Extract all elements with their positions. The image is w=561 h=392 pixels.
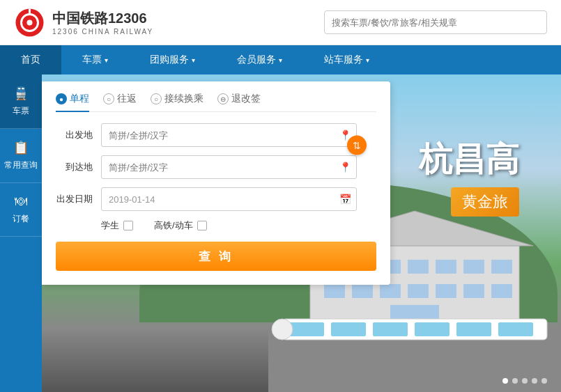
svg-rect-10	[408, 260, 429, 274]
student-label: 学生	[101, 219, 119, 232]
main-content: 杭昌高 黄金旅 🚆 车票 📋 常用查询 🍽 订餐 ● 单程 ○ 往返	[0, 75, 561, 392]
from-input[interactable]	[101, 123, 357, 147]
nav-label-group: 团购服务	[150, 54, 189, 66]
tab-oneway[interactable]: ● 单程	[56, 93, 89, 112]
date-input-wrap: 📅	[101, 187, 357, 211]
to-label: 到达地	[56, 161, 101, 173]
form-tabs: ● 单程 ○ 往返 ○ 接续换乘 ⊖ 退改签	[56, 93, 376, 112]
logo-icon	[14, 7, 45, 38]
svg-rect-25	[373, 322, 408, 336]
svg-rect-18	[436, 284, 456, 298]
svg-rect-27	[456, 322, 491, 336]
location-icon-2: 📍	[339, 162, 351, 173]
swap-button[interactable]: ⇅	[347, 136, 367, 155]
svg-point-2	[27, 19, 33, 25]
tab-label-oneway: 单程	[70, 93, 89, 105]
carousel-dot-3[interactable]	[522, 378, 528, 384]
navigation: 首页 车票 ▾ 团购服务 ▾ 会员服务 ▾ 站车服务 ▾	[0, 45, 561, 75]
carousel-dots	[502, 378, 547, 384]
hero-text: 杭昌高 黄金旅	[419, 137, 519, 217]
nav-item-station[interactable]: 站车服务 ▾	[303, 45, 390, 75]
date-label: 出发日期	[56, 193, 101, 205]
hero-badge: 黄金旅	[451, 187, 519, 217]
hero-title: 杭昌高	[419, 137, 519, 182]
nav-label-home: 首页	[21, 54, 40, 66]
chevron-down-icon: ▾	[192, 56, 195, 64]
carousel-dot-4[interactable]	[532, 378, 537, 384]
tab-transfer[interactable]: ○ 接续换乘	[151, 93, 203, 112]
from-to-section: 出发地 📍 ⇅ 到达地 📍	[56, 123, 376, 179]
calendar-icon: 📅	[339, 194, 351, 205]
svg-rect-24	[331, 322, 366, 336]
date-row: 出发日期 📅	[56, 187, 376, 211]
sidebar: 🚆 车票 📋 常用查询 🍽 订餐	[0, 75, 42, 392]
query-icon: 📋	[13, 140, 29, 155]
from-row: 出发地 📍	[56, 123, 376, 147]
gaotie-checkbox-item[interactable]: 高铁/动车	[154, 219, 207, 232]
swap-icon: ⇅	[353, 141, 361, 150]
nav-label-member: 会员服务	[237, 54, 276, 66]
svg-rect-15	[352, 284, 373, 298]
sidebar-label-dining: 订餐	[13, 213, 29, 225]
logo-text: 中国铁路12306 12306 CHINA RAILWAY	[52, 9, 153, 36]
svg-point-29	[272, 319, 293, 340]
tab-label-roundtrip: 往返	[117, 93, 137, 105]
tab-refund[interactable]: ⊖ 退改签	[217, 93, 261, 112]
student-checkbox-item[interactable]: 学生	[101, 219, 133, 232]
train-icon: 🚆	[13, 86, 29, 101]
tab-inactive-icon-2: ○	[151, 93, 162, 104]
nav-label-station: 站车服务	[324, 54, 363, 66]
nav-item-member[interactable]: 会员服务 ▾	[216, 45, 303, 75]
sidebar-item-ticket[interactable]: 🚆 车票	[0, 75, 42, 129]
chevron-down-icon: ▾	[105, 56, 108, 64]
gaotie-label: 高铁/动车	[154, 219, 193, 232]
svg-rect-16	[380, 284, 401, 298]
sidebar-item-dining[interactable]: 🍽 订餐	[0, 183, 42, 237]
query-button[interactable]: 查 询	[56, 242, 376, 271]
carousel-dot-1[interactable]	[502, 378, 508, 384]
logo-title: 中国铁路12306	[52, 9, 153, 28]
svg-rect-28	[498, 322, 533, 336]
header: 中国铁路12306 12306 CHINA RAILWAY	[0, 0, 561, 45]
date-input[interactable]	[101, 187, 357, 211]
nav-label-ticket: 车票	[82, 54, 102, 66]
logo-subtitle: 12306 CHINA RAILWAY	[52, 28, 153, 36]
tab-roundtrip[interactable]: ○ 往返	[103, 93, 137, 112]
to-input-wrap: 📍	[101, 155, 357, 179]
svg-rect-11	[436, 260, 456, 274]
checkbox-row: 学生 高铁/动车	[56, 219, 376, 232]
svg-rect-17	[408, 284, 429, 298]
sidebar-label-ticket: 车票	[13, 105, 29, 117]
carousel-dot-5[interactable]	[541, 378, 547, 384]
svg-rect-19	[463, 284, 484, 298]
dining-icon: 🍽	[15, 194, 27, 209]
chevron-down-icon: ▾	[279, 56, 282, 64]
svg-rect-20	[491, 284, 512, 298]
svg-rect-23	[289, 322, 324, 336]
from-label: 出发地	[56, 129, 101, 141]
tab-inactive-icon-3: ⊖	[217, 93, 229, 104]
svg-rect-13	[491, 260, 512, 274]
student-checkbox[interactable]	[123, 221, 133, 230]
chevron-down-icon: ▾	[366, 56, 369, 64]
sidebar-label-query: 常用查询	[4, 159, 38, 171]
svg-rect-12	[463, 260, 484, 274]
to-row: 到达地 📍	[56, 155, 376, 179]
sidebar-item-query[interactable]: 📋 常用查询	[0, 129, 42, 183]
gaotie-checkbox[interactable]	[197, 221, 207, 230]
tab-label-transfer: 接续换乘	[164, 93, 203, 105]
svg-rect-14	[324, 284, 345, 298]
tab-label-refund: 退改签	[231, 93, 261, 105]
search-input[interactable]	[324, 10, 547, 34]
logo-area: 中国铁路12306 12306 CHINA RAILWAY	[14, 7, 153, 38]
nav-item-group[interactable]: 团购服务 ▾	[129, 45, 216, 75]
svg-rect-26	[415, 322, 449, 336]
to-input[interactable]	[101, 155, 357, 179]
form-panel: ● 单程 ○ 往返 ○ 接续换乘 ⊖ 退改签 出发地	[42, 81, 390, 285]
carousel-dot-2[interactable]	[512, 378, 518, 384]
tab-active-icon: ●	[56, 93, 67, 104]
tab-inactive-icon: ○	[103, 93, 114, 104]
from-input-wrap: 📍	[101, 123, 357, 147]
nav-item-ticket[interactable]: 车票 ▾	[61, 45, 129, 75]
nav-item-home[interactable]: 首页	[0, 45, 61, 75]
